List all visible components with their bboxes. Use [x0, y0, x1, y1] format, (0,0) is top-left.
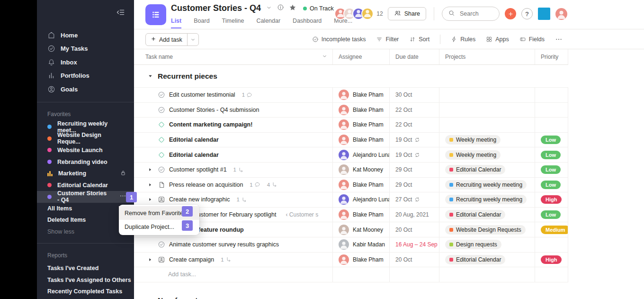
task-name[interactable]: Customer Stories - Q4 submission [169, 107, 259, 113]
task-name[interactable]: Press release on acquisition [169, 181, 243, 188]
due-date-cell[interactable]: 30 Oct [390, 88, 439, 102]
project-cell[interactable] [439, 103, 535, 118]
table-row[interactable]: Edit customer testimonial1 Blake Pham 30… [134, 88, 568, 103]
tab-calendar[interactable]: Calendar [256, 18, 280, 28]
column-header-projects[interactable]: Projects [439, 49, 535, 64]
project-pill[interactable]: Editorial Calendar [445, 255, 505, 264]
assignee-cell[interactable]: Alejandro Luna [333, 147, 390, 162]
section-header-recurrent-pieces[interactable]: Recurrent pieces [134, 65, 568, 88]
project-cell[interactable]: Design requests [439, 237, 535, 252]
task-type-icon[interactable] [158, 256, 165, 263]
priority-cell[interactable] [535, 103, 568, 118]
priority-cell[interactable]: Low [535, 208, 568, 222]
column-header-due-date[interactable]: Due date [390, 49, 439, 64]
info-icon[interactable] [277, 4, 284, 13]
sidebar-item-portfolios[interactable]: Portfolios [37, 69, 134, 83]
collapse-sidebar-button[interactable] [116, 8, 125, 19]
assignee-cell[interactable]: Blake Pham [333, 253, 390, 267]
priority-cell[interactable]: High [535, 253, 568, 267]
project-cell[interactable]: Weekly meeting [439, 147, 535, 162]
table-row[interactable]: Create new infographic1 Alejandro Luna 2… [134, 192, 568, 208]
project-pill[interactable]: Recruiting weekly meeting [445, 180, 527, 190]
project-cell[interactable]: Editorial Calendar [439, 208, 535, 222]
table-row[interactable]: Editorial calendar Blake Pham 19 Oct Wee… [134, 133, 568, 148]
assignee-cell[interactable]: Blake Pham [333, 178, 390, 192]
project-cell[interactable]: Editorial Calendar [439, 253, 535, 267]
column-header-assignee[interactable]: Assignee [333, 49, 390, 64]
add-task-dropdown[interactable] [187, 34, 198, 45]
project-cell[interactable]: Recruiting weekly meeting [439, 192, 535, 207]
project-cell[interactable]: Website Design Requests [439, 222, 535, 237]
table-row[interactable]: Create campaign1 Blake Pham 20 Oct Edito… [134, 253, 568, 268]
priority-cell[interactable]: Low [535, 147, 568, 162]
project-pill[interactable]: Weekly meeting [445, 150, 501, 160]
expand-subtasks-button[interactable] [148, 255, 152, 264]
assignee-cell[interactable]: Blake Pham [333, 103, 390, 118]
favorite-item-rebranding-video[interactable]: Rebranding video [37, 156, 134, 168]
favorite-item-recruiting-weekly-meet[interactable]: Recruiting weekly meet... [37, 121, 134, 133]
priority-cell[interactable] [535, 118, 568, 132]
priority-cell[interactable] [535, 88, 568, 102]
toolbar-filter[interactable]: Filter [376, 36, 399, 43]
priority-cell[interactable]: Low [535, 163, 568, 177]
task-type-icon[interactable] [158, 91, 165, 99]
help-button[interactable]: ? [521, 8, 533, 19]
task-type-icon[interactable] [158, 121, 165, 128]
search-box[interactable] [442, 7, 500, 21]
sidebar-item-home[interactable]: Home [37, 28, 134, 42]
priority-cell[interactable]: High [535, 192, 568, 207]
table-row[interactable]: Press release on acquisition14 Blake Pha… [134, 178, 568, 193]
favorite-star-icon[interactable] [289, 4, 296, 13]
expand-subtasks-button[interactable] [148, 195, 152, 204]
due-date-cell[interactable]: 22 Oct [390, 118, 439, 132]
task-name[interactable]: Editorial calendar [169, 136, 219, 143]
favorite-item-website-design-reque[interactable]: Website Design Reque... [37, 133, 134, 145]
due-date-cell[interactable]: 27 Oct [390, 192, 439, 207]
task-type-icon[interactable] [158, 151, 165, 159]
due-date-cell[interactable]: 20 Oct [390, 222, 439, 237]
due-date-cell[interactable]: 20 Aug, 2021 [390, 208, 439, 222]
assignee-cell[interactable]: Blake Pham [333, 118, 390, 132]
assignee-cell[interactable]: Blake Pham [333, 208, 390, 222]
assignee-cell[interactable]: Alejandro Luna [333, 192, 390, 207]
table-row[interactable]: Animate customer survey results graphics… [134, 237, 568, 253]
section-header-new-formats[interactable]: New formats [134, 289, 568, 299]
table-row[interactable]: Content marketing campaign! Blake Pham 2… [134, 118, 568, 133]
user-avatar[interactable] [555, 8, 567, 20]
expand-subtasks-button[interactable] [148, 165, 152, 174]
due-date-cell[interactable]: 16 Aug – 24 Sep [390, 237, 439, 252]
sidebar-item-my-tasks[interactable]: My Tasks [37, 42, 134, 56]
assignee-cell[interactable]: Kat Mooney [333, 163, 390, 177]
tab-board[interactable]: Board [194, 18, 209, 28]
favorite-item-customer-stories-q4[interactable]: Customer Stories - Q4 [37, 191, 134, 203]
tab-list[interactable]: List [171, 18, 181, 28]
tab-dashboard[interactable]: Dashboard [293, 18, 322, 28]
table-row[interactable]: Customer Stories - Q4 submission Blake P… [134, 103, 568, 118]
task-type-icon[interactable] [158, 181, 165, 189]
toolbar-incomplete-tasks[interactable]: Incomplete tasks [312, 36, 366, 43]
toolbar-sort[interactable]: Sort [409, 36, 429, 43]
task-name[interactable]: Content marketing campaign! [169, 121, 252, 128]
report-item-tasks-i-ve-assigned-to-others[interactable]: Tasks I've Assigned to Others [37, 274, 134, 286]
more-options-icon[interactable] [119, 192, 126, 201]
task-name[interactable]: Edit customer testimonial [169, 91, 235, 98]
expand-subtasks-button[interactable] [148, 181, 152, 189]
share-button[interactable]: Share [388, 7, 426, 20]
title-chevron-down-icon[interactable] [266, 4, 272, 13]
project-cell[interactable]: Editorial Calendar [439, 163, 535, 177]
project-cell[interactable]: Recruiting weekly meeting [439, 178, 535, 192]
task-type-icon[interactable] [158, 106, 165, 114]
toolbar-rules[interactable]: Rules [451, 36, 475, 43]
task-type-icon[interactable] [158, 196, 165, 203]
priority-cell[interactable]: Low [535, 133, 568, 147]
task-type-icon[interactable] [158, 136, 165, 144]
report-item-tasks-i-ve-created[interactable]: Tasks I've Created [37, 263, 134, 274]
project-pill[interactable]: Weekly meeting [445, 135, 501, 145]
column-header-priority[interactable]: Priority [535, 49, 568, 64]
task-name[interactable]: Customer spotlight #1 [169, 166, 227, 173]
sidebar-item-inbox[interactable]: Inbox [37, 55, 134, 69]
favorite-item-editorial-calendar[interactable]: Editorial Calendar [37, 179, 134, 191]
chevron-down-icon[interactable] [322, 53, 328, 61]
task-name[interactable]: Create campaign [169, 256, 214, 263]
status-badge[interactable]: On Track [303, 5, 334, 12]
